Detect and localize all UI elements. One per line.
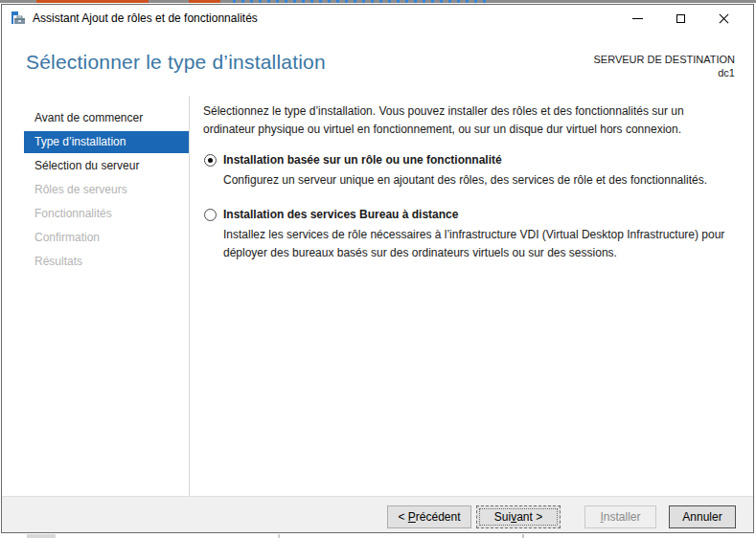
next-button[interactable]: Suivant > (476, 505, 561, 528)
sidebar-item-confirmation: Confirmation (24, 227, 189, 249)
window-controls (616, 7, 745, 30)
sidebar-divider (189, 96, 190, 496)
window-title: Assistant Ajout de rôles et de fonctionn… (33, 11, 258, 25)
previous-button[interactable]: < Précédent (387, 505, 471, 528)
button-label-part: récédent (416, 510, 461, 524)
radio-role-based-install[interactable] (204, 154, 217, 167)
option-role-based-label[interactable]: Installation basée sur un rôle ou une fo… (223, 152, 707, 168)
option-role-based-install[interactable]: Installation basée sur un rôle ou une fo… (203, 152, 744, 190)
sidebar-item-roles-de-serveurs: Rôles de serveurs (24, 179, 189, 201)
destination-server-name: dc1 (593, 66, 735, 79)
button-label-part: Sui (494, 510, 511, 524)
minimize-button[interactable] (616, 7, 659, 30)
background-orange-segment (36, 0, 149, 3)
destination-server-block: SERVEUR DE DESTINATION dc1 (593, 53, 735, 79)
page-title: Sélectionner le type d’installation (26, 51, 326, 74)
sidebar-item-resultats: Résultats (24, 251, 189, 273)
option-remote-desktop-description: Installez les services de rôle nécessair… (223, 226, 741, 262)
destination-server-label: SERVEUR DE DESTINATION (593, 53, 735, 66)
button-label-part: nstaller (604, 510, 641, 524)
screen: Assistant Ajout de rôles et de fonctionn… (0, 0, 756, 538)
close-icon (719, 13, 729, 24)
sidebar-item-type-installation[interactable]: Type d’installation (24, 131, 189, 153)
background-bottom-mark (278, 534, 280, 538)
sidebar-item-fonctionnalites: Fonctionnalités (24, 203, 189, 225)
option-text: Installation des services Bureau à dista… (223, 207, 741, 262)
option-remote-desktop-label[interactable]: Installation des services Bureau à dista… (223, 207, 741, 222)
button-label-part: < (398, 510, 407, 524)
minimize-icon (632, 18, 643, 19)
maximize-icon (676, 14, 685, 23)
install-button: Installer (584, 505, 656, 528)
server-manager-wizard-icon (11, 11, 26, 26)
background-bottom-mark (27, 534, 56, 538)
button-label-part: Annuler (682, 510, 722, 524)
wizard-window: Assistant Ajout de rôles et de fonctionn… (1, 4, 754, 533)
option-text: Installation basée sur un rôle ou une fo… (223, 152, 707, 190)
option-role-based-description: Configurez un serveur unique en ajoutant… (223, 171, 707, 190)
sidebar-item-selection-du-serveur[interactable]: Sélection du serveur (24, 155, 189, 177)
intro-text: Sélectionnez le type d’installation. Vou… (203, 102, 736, 139)
button-accesskey: P (408, 510, 416, 524)
cancel-button[interactable]: Annuler (669, 505, 736, 528)
footer-bar: < Précédent Suivant > Installer Annuler (2, 496, 753, 532)
close-button[interactable] (702, 7, 745, 30)
sidebar-item-avant-de-commencer[interactable]: Avant de commencer (24, 107, 189, 129)
titlebar: Assistant Ajout de rôles et de fonctionn… (2, 5, 753, 32)
maximize-button[interactable] (659, 7, 702, 30)
background-orange-segment (189, 0, 220, 3)
button-label-part: ant > (516, 510, 542, 524)
background-blue-ticks (233, 0, 488, 3)
option-remote-desktop-install[interactable]: Installation des services Bureau à dista… (203, 207, 744, 262)
background-bottom-mark (522, 534, 524, 538)
radio-remote-desktop-install[interactable] (204, 209, 217, 221)
background-sliver (0, 0, 756, 3)
wizard-steps-nav: Avant de commencer Type d’installation S… (24, 107, 189, 275)
wizard-content: Sélectionnez le type d’installation. Vou… (203, 102, 744, 262)
